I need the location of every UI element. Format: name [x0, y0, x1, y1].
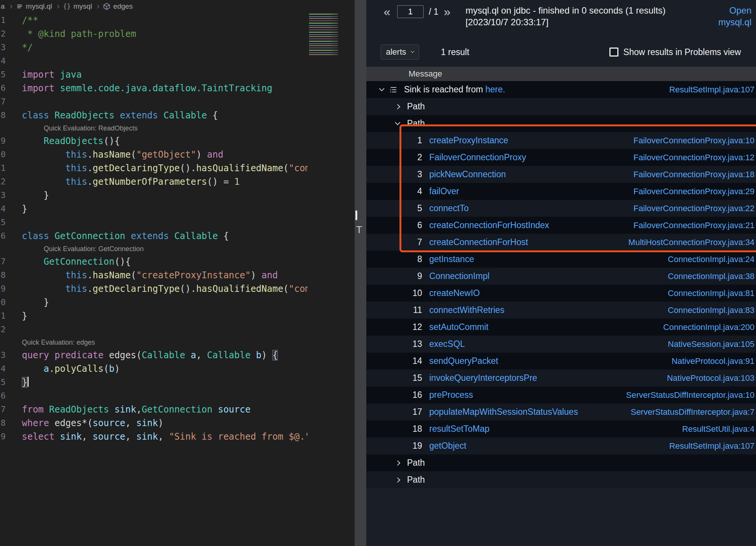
path-step-row[interactable]: 16preProcessServerStatusDiffInterceptor.…: [366, 386, 756, 403]
line-number[interactable]: 16: [0, 229, 7, 243]
scrollbar-thumb[interactable]: [355, 210, 357, 220]
step-link[interactable]: FailoverConnectionProxy: [429, 152, 526, 163]
code-line[interactable]: 5import java: [0, 68, 308, 81]
panel-divider[interactable]: T: [355, 0, 366, 546]
step-link[interactable]: populateMapWithSessionStatusValues: [429, 407, 578, 417]
step-location[interactable]: ResultSetUtil.java:4: [682, 424, 756, 434]
message-column-header[interactable]: Message: [366, 67, 756, 81]
line-number[interactable]: 5: [0, 68, 7, 81]
code-line[interactable]: 29select sink, source, sink, "Sink is re…: [0, 430, 308, 443]
path-expand-chevron-icon[interactable]: [395, 120, 400, 125]
code-line[interactable]: 15: [0, 216, 308, 229]
path-step-row[interactable]: 3pickNewConnectionFailoverConnectionProx…: [366, 166, 756, 183]
line-number[interactable]: 23: [0, 348, 7, 362]
codelens-quick-evaluation[interactable]: Quick Evaluation: edges: [0, 336, 308, 348]
breadcrumb-file[interactable]: mysql.ql: [26, 2, 52, 11]
line-number[interactable]: 27: [0, 403, 7, 416]
alert-location[interactable]: ResultSetImpl.java:107: [669, 85, 756, 95]
line-number[interactable]: 20: [0, 296, 7, 309]
code-line[interactable]: 13 }: [0, 189, 308, 202]
step-location[interactable]: NativeProtocol.java:103: [667, 373, 756, 383]
line-number[interactable]: 7: [0, 95, 7, 109]
path-row[interactable]: Path: [366, 115, 756, 132]
path-step-row[interactable]: 5connectToFailoverConnectionProxy.java:2…: [366, 200, 756, 217]
step-link[interactable]: setAutoCommit: [429, 322, 488, 332]
code-line[interactable]: 16class GetConnection extends Callable {: [0, 229, 308, 243]
line-number[interactable]: 22: [0, 323, 7, 336]
line-number[interactable]: 25: [0, 376, 7, 389]
path-step-row[interactable]: 1createProxyInstanceFailoverConnectionPr…: [366, 132, 756, 149]
step-link[interactable]: invokeQueryInterceptorsPre: [429, 373, 537, 383]
path-step-row[interactable]: 6createConnectionForHostIndexFailoverCon…: [366, 217, 756, 234]
line-number[interactable]: 3: [0, 41, 7, 54]
path-step-row[interactable]: 13execSQLNativeSession.java:105: [366, 336, 756, 353]
step-location[interactable]: ConnectionImpl.java:24: [668, 255, 756, 264]
code-line[interactable]: 20 }: [0, 296, 308, 309]
path-expand-chevron-icon[interactable]: [395, 104, 400, 109]
view-mode-select[interactable]: alerts: [381, 44, 419, 60]
code-line[interactable]: 6import semmle.code.java.dataflow.TaintT…: [0, 81, 308, 95]
line-number[interactable]: 4: [0, 54, 7, 68]
step-location[interactable]: ConnectionImpl.java:200: [663, 322, 756, 332]
code-line[interactable]: 4: [0, 54, 308, 68]
code-line[interactable]: 14}: [0, 202, 308, 216]
step-location[interactable]: ServerStatusDiffInterceptor.java:7: [631, 407, 756, 417]
step-link[interactable]: preProcess: [429, 390, 473, 400]
code-line[interactable]: 28where edges*(source, sink): [0, 416, 308, 430]
line-number[interactable]: 19: [0, 282, 7, 296]
code-line[interactable]: 17 GetConnection(){: [0, 255, 308, 268]
step-location[interactable]: FailoverConnectionProxy.java:18: [634, 170, 756, 179]
code-line[interactable]: 9 ReadObjects(){: [0, 134, 308, 148]
step-link[interactable]: sendQueryPacket: [429, 356, 498, 366]
code-line[interactable]: 19 this.getDeclaringType().hasQualifiedN…: [0, 282, 308, 296]
step-location[interactable]: ConnectionImpl.java:83: [668, 305, 756, 315]
code-line[interactable]: 11 this.getDeclaringType().hasQualifiedN…: [0, 161, 308, 175]
step-location[interactable]: FailoverConnectionProxy.java:10: [634, 136, 756, 146]
code-line[interactable]: 12 this.getNumberOfParameters() = 1: [0, 175, 308, 189]
path-row[interactable]: Path: [366, 454, 756, 471]
line-number[interactable]: 12: [0, 175, 7, 189]
path-row[interactable]: Path: [366, 98, 756, 115]
line-number[interactable]: 2: [0, 27, 7, 41]
code-line[interactable]: 2 * @kind path-problem: [0, 27, 308, 41]
path-step-row[interactable]: 9ConnectionImplConnectionImpl.java:38: [366, 268, 756, 285]
alert-expand-chevron-icon[interactable]: [379, 86, 384, 91]
line-number[interactable]: 26: [0, 389, 7, 403]
minimap[interactable]: [309, 14, 349, 57]
code-line[interactable]: 1/**: [0, 14, 308, 27]
alert-row[interactable]: Sink is reached from here.ResultSetImpl.…: [366, 81, 756, 98]
code-line[interactable]: 25}: [0, 376, 308, 389]
step-link[interactable]: ConnectionImpl: [429, 271, 490, 281]
code-line[interactable]: 24 a.polyCalls(b): [0, 362, 308, 376]
line-number[interactable]: 21: [0, 309, 7, 323]
breadcrumb-clipped-item[interactable]: a: [1, 2, 5, 11]
path-step-row[interactable]: 18resultSetToMapResultSetUtil.java:4: [366, 420, 756, 437]
code-line[interactable]: 10 this.hasName("getObject") and: [0, 148, 308, 161]
path-row[interactable]: Path: [366, 471, 756, 488]
step-link[interactable]: createConnectionForHost: [429, 237, 528, 247]
step-location[interactable]: NativeProtocol.java:91: [672, 356, 756, 366]
code-line[interactable]: 26: [0, 389, 308, 403]
step-location[interactable]: ConnectionImpl.java:81: [668, 288, 756, 298]
step-location[interactable]: ResultSetImpl.java:107: [669, 441, 756, 451]
code-line[interactable]: 8class ReadObjects extends Callable {: [0, 109, 308, 122]
step-link[interactable]: getObject: [429, 441, 466, 451]
code-line[interactable]: 23query predicate edges(Callable a, Call…: [0, 348, 308, 362]
step-location[interactable]: FailoverConnectionProxy.java:22: [634, 204, 756, 213]
step-link[interactable]: resultSetToMap: [429, 424, 490, 434]
step-link[interactable]: createConnectionForHostIndex: [429, 220, 549, 230]
code-line[interactable]: 3*/: [0, 41, 308, 54]
path-step-row[interactable]: 7createConnectionForHostMultiHostConnect…: [366, 234, 756, 251]
step-link[interactable]: connectTo: [429, 203, 469, 213]
path-step-row[interactable]: 15invokeQueryInterceptorsPreNativeProtoc…: [366, 370, 756, 386]
step-location[interactable]: FailoverConnectionProxy.java:12: [634, 153, 756, 163]
code-line[interactable]: 27from ReadObjects sink,GetConnection so…: [0, 403, 308, 416]
step-link[interactable]: getInstance: [429, 254, 474, 264]
code-line[interactable]: 18 this.hasName("createProxyInstance") a…: [0, 268, 308, 282]
step-location[interactable]: ServerStatusDiffInterceptor.java:10: [626, 390, 756, 400]
step-location[interactable]: ConnectionImpl.java:38: [668, 271, 756, 281]
step-link[interactable]: createNewIO: [429, 288, 480, 298]
line-number[interactable]: 15: [0, 216, 7, 229]
line-number[interactable]: 1: [0, 14, 7, 27]
codelens-quick-evaluation[interactable]: Quick Evaluation: ReadObjects: [0, 122, 308, 134]
